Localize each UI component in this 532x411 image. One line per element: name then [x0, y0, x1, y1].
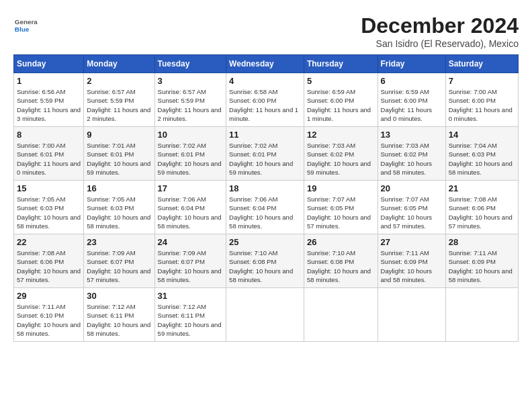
day-cell: 4 Sunrise: 6:58 AM Sunset: 6:00 PM Dayli…: [226, 73, 304, 127]
day-number: 15: [17, 183, 81, 193]
day-cell: 26 Sunrise: 7:10 AM Sunset: 6:08 PM Dayl…: [304, 234, 378, 288]
day-number: 31: [158, 291, 224, 301]
day-cell: 13 Sunrise: 7:03 AM Sunset: 6:02 PM Dayl…: [378, 127, 445, 181]
title-section: December 2024 San Isidro (El Reservado),…: [361, 13, 519, 49]
day-number: 28: [449, 237, 515, 247]
week-row-3: 15 Sunrise: 7:05 AM Sunset: 6:03 PM Dayl…: [14, 181, 519, 234]
day-info: Sunrise: 6:59 AM Sunset: 6:00 PM Dayligh…: [381, 87, 443, 123]
day-info: Sunrise: 7:02 AM Sunset: 6:01 PM Dayligh…: [158, 141, 224, 177]
day-info: Sunrise: 7:10 AM Sunset: 6:08 PM Dayligh…: [229, 248, 301, 284]
day-cell: 3 Sunrise: 6:57 AM Sunset: 5:59 PM Dayli…: [154, 73, 226, 127]
day-cell: 16 Sunrise: 7:05 AM Sunset: 6:03 PM Dayl…: [84, 181, 154, 234]
day-info: Sunrise: 7:12 AM Sunset: 6:11 PM Dayligh…: [158, 302, 224, 338]
day-number: 4: [229, 76, 301, 86]
logo: General Blue: [13, 13, 40, 38]
day-cell: 7 Sunrise: 7:00 AM Sunset: 6:00 PM Dayli…: [445, 73, 518, 127]
day-number: 22: [17, 237, 81, 247]
header-friday: Friday: [378, 55, 445, 73]
day-number: 14: [449, 130, 515, 140]
day-info: Sunrise: 7:05 AM Sunset: 6:03 PM Dayligh…: [87, 195, 151, 230]
day-number: 12: [307, 130, 375, 140]
day-info: Sunrise: 6:57 AM Sunset: 5:59 PM Dayligh…: [87, 87, 151, 123]
week-row-2: 8 Sunrise: 7:00 AM Sunset: 6:01 PM Dayli…: [14, 127, 519, 181]
day-info: Sunrise: 7:06 AM Sunset: 6:04 PM Dayligh…: [158, 195, 224, 230]
day-cell: 14 Sunrise: 7:04 AM Sunset: 6:03 PM Dayl…: [445, 127, 518, 181]
day-number: 10: [158, 130, 224, 140]
day-info: Sunrise: 6:57 AM Sunset: 5:59 PM Dayligh…: [158, 87, 224, 123]
day-info: Sunrise: 7:05 AM Sunset: 6:03 PM Dayligh…: [17, 195, 81, 230]
header-thursday: Thursday: [304, 55, 378, 73]
header-tuesday: Tuesday: [154, 55, 226, 73]
day-info: Sunrise: 7:02 AM Sunset: 6:01 PM Dayligh…: [229, 141, 301, 177]
day-cell: 19 Sunrise: 7:07 AM Sunset: 6:05 PM Dayl…: [304, 181, 378, 234]
day-info: Sunrise: 7:07 AM Sunset: 6:05 PM Dayligh…: [307, 195, 375, 230]
day-number: 11: [229, 130, 301, 140]
day-number: 23: [87, 237, 151, 247]
day-info: Sunrise: 7:11 AM Sunset: 6:09 PM Dayligh…: [449, 248, 515, 284]
day-info: Sunrise: 7:07 AM Sunset: 6:05 PM Dayligh…: [381, 195, 443, 230]
day-number: 18: [229, 183, 301, 193]
day-info: Sunrise: 6:59 AM Sunset: 6:00 PM Dayligh…: [307, 87, 375, 123]
day-cell: 30 Sunrise: 7:12 AM Sunset: 6:11 PM Dayl…: [84, 288, 154, 342]
day-number: 16: [87, 183, 151, 193]
day-cell: 22 Sunrise: 7:08 AM Sunset: 6:06 PM Dayl…: [14, 234, 84, 288]
day-cell: 24 Sunrise: 7:09 AM Sunset: 6:07 PM Dayl…: [154, 234, 226, 288]
day-cell: 2 Sunrise: 6:57 AM Sunset: 5:59 PM Dayli…: [84, 73, 154, 127]
day-number: 1: [17, 76, 81, 86]
location-title: San Isidro (El Reservado), Mexico: [361, 38, 519, 49]
week-row-4: 22 Sunrise: 7:08 AM Sunset: 6:06 PM Dayl…: [14, 234, 519, 288]
day-info: Sunrise: 7:01 AM Sunset: 6:01 PM Dayligh…: [87, 141, 151, 177]
svg-text:Blue: Blue: [15, 26, 30, 33]
calendar-body: 1 Sunrise: 6:56 AM Sunset: 5:59 PM Dayli…: [14, 73, 519, 342]
day-info: Sunrise: 7:06 AM Sunset: 6:04 PM Dayligh…: [229, 195, 301, 230]
day-cell: 27 Sunrise: 7:11 AM Sunset: 6:09 PM Dayl…: [378, 234, 445, 288]
calendar-header-row: SundayMondayTuesdayWednesdayThursdayFrid…: [14, 55, 519, 73]
day-number: 19: [307, 183, 375, 193]
day-cell: 11 Sunrise: 7:02 AM Sunset: 6:01 PM Dayl…: [226, 127, 304, 181]
day-cell: [445, 288, 518, 342]
header-sunday: Sunday: [14, 55, 84, 73]
day-info: Sunrise: 7:11 AM Sunset: 6:09 PM Dayligh…: [381, 248, 443, 284]
day-number: 20: [381, 183, 443, 193]
month-title: December 2024: [361, 13, 519, 38]
page-header: General Blue December 2024 San Isidro (E…: [13, 13, 519, 49]
day-cell: 10 Sunrise: 7:02 AM Sunset: 6:01 PM Dayl…: [154, 127, 226, 181]
day-cell: 29 Sunrise: 7:11 AM Sunset: 6:10 PM Dayl…: [14, 288, 84, 342]
week-row-1: 1 Sunrise: 6:56 AM Sunset: 5:59 PM Dayli…: [14, 73, 519, 127]
day-cell: 6 Sunrise: 6:59 AM Sunset: 6:00 PM Dayli…: [378, 73, 445, 127]
day-number: 2: [87, 76, 151, 86]
day-info: Sunrise: 7:11 AM Sunset: 6:10 PM Dayligh…: [17, 302, 81, 338]
calendar-table: SundayMondayTuesdayWednesdayThursdayFrid…: [13, 54, 519, 342]
day-info: Sunrise: 6:56 AM Sunset: 5:59 PM Dayligh…: [17, 87, 81, 123]
day-info: Sunrise: 7:04 AM Sunset: 6:03 PM Dayligh…: [449, 141, 515, 177]
day-number: 29: [17, 291, 81, 301]
day-cell: [226, 288, 304, 342]
day-info: Sunrise: 7:12 AM Sunset: 6:11 PM Dayligh…: [87, 302, 151, 338]
day-number: 5: [307, 76, 375, 86]
day-info: Sunrise: 7:00 AM Sunset: 6:01 PM Dayligh…: [17, 141, 81, 177]
day-cell: 23 Sunrise: 7:09 AM Sunset: 6:07 PM Dayl…: [84, 234, 154, 288]
day-number: 3: [158, 76, 224, 86]
day-number: 7: [449, 76, 515, 86]
week-row-5: 29 Sunrise: 7:11 AM Sunset: 6:10 PM Dayl…: [14, 288, 519, 342]
day-number: 9: [87, 130, 151, 140]
day-number: 26: [307, 237, 375, 247]
svg-text:General: General: [15, 18, 38, 26]
day-cell: 9 Sunrise: 7:01 AM Sunset: 6:01 PM Dayli…: [84, 127, 154, 181]
header-saturday: Saturday: [445, 55, 518, 73]
day-cell: 28 Sunrise: 7:11 AM Sunset: 6:09 PM Dayl…: [445, 234, 518, 288]
day-cell: 5 Sunrise: 6:59 AM Sunset: 6:00 PM Dayli…: [304, 73, 378, 127]
day-cell: 18 Sunrise: 7:06 AM Sunset: 6:04 PM Dayl…: [226, 181, 304, 234]
day-cell: 8 Sunrise: 7:00 AM Sunset: 6:01 PM Dayli…: [14, 127, 84, 181]
day-cell: [378, 288, 445, 342]
day-cell: 31 Sunrise: 7:12 AM Sunset: 6:11 PM Dayl…: [154, 288, 226, 342]
day-cell: 1 Sunrise: 6:56 AM Sunset: 5:59 PM Dayli…: [14, 73, 84, 127]
day-info: Sunrise: 7:10 AM Sunset: 6:08 PM Dayligh…: [307, 248, 375, 284]
day-number: 24: [158, 237, 224, 247]
day-number: 30: [87, 291, 151, 301]
day-cell: [304, 288, 378, 342]
day-number: 13: [381, 130, 443, 140]
day-info: Sunrise: 7:09 AM Sunset: 6:07 PM Dayligh…: [87, 248, 151, 284]
day-info: Sunrise: 7:00 AM Sunset: 6:00 PM Dayligh…: [449, 87, 515, 123]
day-info: Sunrise: 7:03 AM Sunset: 6:02 PM Dayligh…: [381, 141, 443, 177]
